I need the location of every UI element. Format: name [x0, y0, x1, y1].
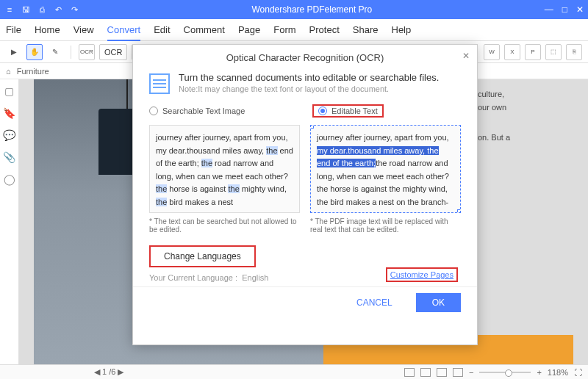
dialog-title: Optical Character Recognition (OCR) ✕ — [133, 45, 477, 68]
zoom-value: 118% — [548, 368, 568, 377]
ocr-area-icon[interactable]: OCR — [79, 44, 95, 60]
dialog-note: Note:It may change the text font or layo… — [179, 84, 439, 93]
note-editable: * The PDF image text will be replaced wi… — [310, 217, 461, 234]
bookmarks-icon[interactable]: 🔖 — [4, 107, 15, 119]
document-tab[interactable]: Furniture — [17, 67, 49, 76]
note-searchable: * The text can be searched but not allow… — [149, 217, 300, 234]
sidebar: ▢ 🔖 💬 📎 ◯ — [0, 79, 19, 364]
preview-searchable: journey after journey, apart from you, m… — [149, 125, 300, 213]
menu-file[interactable]: File — [6, 24, 21, 35]
menu-help[interactable]: Help — [392, 24, 412, 35]
search-icon[interactable]: ◯ — [4, 173, 15, 185]
scan-icon — [149, 73, 170, 94]
thumbnails-icon[interactable]: ▢ — [4, 85, 15, 97]
redo-icon[interactable]: ↷ — [69, 4, 79, 15]
view-facing-continuous-icon[interactable] — [453, 368, 463, 377]
menu-page[interactable]: Page — [238, 24, 260, 35]
titlebar: ≡ 🖫 ⎙ ↶ ↷ Wondershare PDFelement Pro — □… — [0, 0, 588, 19]
dialog-heading: Turn the scanned documents into editable… — [179, 72, 439, 83]
app-title: Wondershare PDFelement Pro — [79, 4, 545, 15]
current-language-label: Your Current Language : English — [133, 269, 284, 286]
menu-protect[interactable]: Protect — [309, 24, 340, 35]
menu-home[interactable]: Home — [35, 24, 60, 35]
menubar: File Home View Convert Edit Comment Page… — [0, 19, 588, 41]
menu-form[interactable]: Form — [273, 24, 295, 35]
radio-icon — [318, 107, 327, 115]
edit-tool-icon[interactable]: ✎ — [47, 44, 63, 60]
document-text-snippet: culture, our own on. But a — [478, 88, 573, 145]
preview-editable: journey after journey, apart from you, m… — [310, 125, 461, 213]
zoom-slider[interactable] — [479, 372, 531, 373]
view-continuous-icon[interactable] — [420, 368, 431, 377]
zoom-in-icon[interactable]: + — [537, 368, 541, 377]
zoom-out-icon[interactable]: − — [469, 368, 473, 377]
export-ppt-icon[interactable]: P — [525, 44, 541, 60]
home-tab-icon[interactable]: ⌂ — [6, 67, 11, 76]
view-single-icon[interactable] — [404, 368, 415, 377]
export-image-icon[interactable]: ⬚ — [545, 44, 562, 60]
cancel-button[interactable]: CANCEL — [340, 293, 409, 312]
dialog-close-icon[interactable]: ✕ — [462, 51, 470, 61]
export-word-icon[interactable]: W — [484, 44, 500, 60]
menu-comment[interactable]: Comment — [184, 24, 225, 35]
export-other-icon[interactable]: ⎘ — [566, 44, 582, 60]
menu-share[interactable]: Share — [353, 24, 379, 35]
current-language-value: English — [242, 273, 268, 282]
undo-icon[interactable]: ↶ — [53, 4, 63, 15]
menu-convert[interactable]: Convert — [107, 24, 141, 41]
option-editable[interactable]: Editable Text — [312, 104, 461, 118]
save-icon[interactable]: 🖫 — [21, 4, 31, 15]
statusbar: ◀ 1 /6 ▶ − + 118% ⛶ — [0, 364, 588, 379]
print-icon[interactable]: ⎙ — [37, 4, 47, 15]
page-indicator[interactable]: 1 /6 — [102, 367, 115, 376]
ocr-dialog: Optical Character Recognition (OCR) ✕ Tu… — [132, 44, 478, 345]
customize-pages-link[interactable]: Customize Pages — [386, 267, 458, 282]
menu-view[interactable]: View — [74, 24, 94, 35]
menu-edit[interactable]: Edit — [154, 24, 170, 35]
close-icon[interactable]: ✕ — [576, 4, 584, 15]
ok-button[interactable]: OK — [416, 293, 461, 312]
view-facing-icon[interactable] — [437, 368, 447, 377]
select-tool-icon[interactable]: ▶ — [6, 44, 22, 60]
fullscreen-icon[interactable]: ⛶ — [574, 368, 582, 377]
change-languages-button[interactable]: Change Languages — [149, 245, 256, 267]
maximize-icon[interactable]: □ — [562, 4, 567, 15]
attachments-icon[interactable]: 📎 — [4, 151, 15, 163]
radio-icon — [149, 107, 158, 115]
hand-tool-icon[interactable]: ✋ — [26, 44, 43, 60]
export-excel-icon[interactable]: X — [504, 44, 520, 60]
ocr-button[interactable]: OCR — [99, 44, 127, 60]
menu-icon[interactable]: ≡ — [4, 4, 15, 15]
comments-icon[interactable]: 💬 — [4, 129, 15, 141]
option-searchable[interactable]: Searchable Text Image — [149, 104, 298, 118]
minimize-icon[interactable]: — — [545, 4, 553, 15]
